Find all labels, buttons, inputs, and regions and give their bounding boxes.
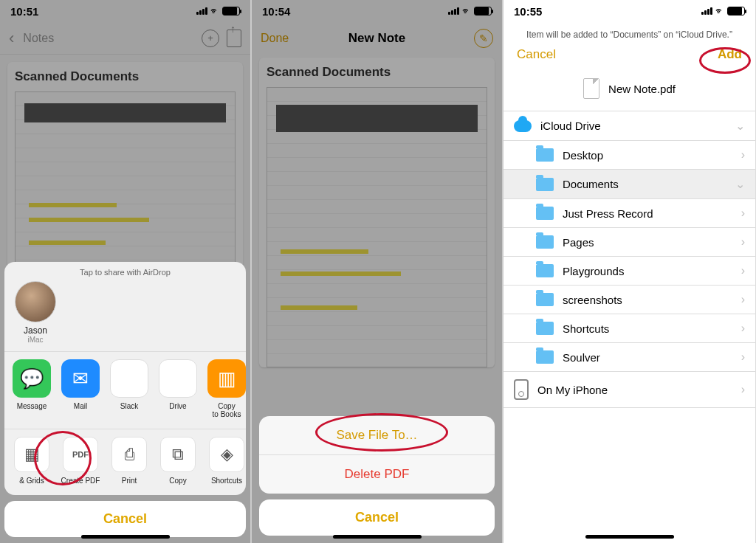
folder-label: Documents: [563, 178, 619, 190]
drive-icon: ▲: [159, 359, 197, 398]
share-action-grid[interactable]: ▦& Grids: [7, 437, 56, 485]
folder-screenshots[interactable]: screenshots›: [504, 286, 755, 314]
share-action-pdf[interactable]: PDFCreate PDF: [56, 437, 105, 485]
folder-label: Shortcuts: [563, 322, 609, 335]
share-action-print[interactable]: ⎙Print: [105, 437, 154, 485]
folder-label: Playgrounds: [563, 265, 624, 277]
cancel-button[interactable]: Cancel: [517, 47, 556, 62]
grid-icon: ▦: [14, 437, 49, 472]
shortcuts-icon: ◈: [209, 437, 244, 472]
app-label: Slack: [120, 402, 138, 410]
home-indicator[interactable]: [333, 535, 422, 539]
save-location-hint: Item will be added to “Documents” on “iC…: [504, 22, 755, 43]
wifi-icon: ᯤ: [715, 6, 724, 16]
action-label: Copy: [169, 477, 186, 485]
contact-name: Jason: [24, 325, 47, 336]
contact-device: iMac: [27, 336, 43, 344]
folder-label: Soulver: [563, 351, 600, 364]
airdrop-contact[interactable]: Jason iMac: [12, 281, 59, 344]
action-label: Shortcuts: [211, 477, 242, 485]
screenshot-pdf-actions: 10:54 ᯤ Done New Note ✎ Scanned Document…: [252, 0, 504, 543]
chevron-icon: ›: [741, 235, 745, 249]
airdrop-hint: Tap to share with AirDrop: [4, 262, 246, 278]
location-on-my-iphone[interactable]: On My iPhone›: [504, 372, 755, 408]
pdf-icon: PDF: [63, 437, 98, 472]
file-icon: [583, 78, 599, 99]
chevron-down-icon: ⌄: [735, 119, 745, 133]
folder-icon: [536, 264, 554, 277]
app-label: Message: [17, 402, 47, 410]
location-label: iCloud Drive: [540, 120, 601, 132]
chevron-icon: ›: [741, 322, 745, 335]
message-icon: 💬: [13, 359, 51, 398]
folder-playgrounds[interactable]: Playgrounds›: [504, 257, 755, 286]
status-bar: 10:55 ᯤ: [504, 0, 755, 22]
home-indicator[interactable]: [585, 535, 674, 539]
save-file-to-button[interactable]: Save File To…: [259, 416, 495, 454]
action-label: Create PDF: [61, 477, 100, 485]
delete-pdf-button[interactable]: Delete PDF: [259, 454, 495, 494]
folder-label: Pages: [563, 236, 594, 249]
signal-icon: [701, 7, 712, 15]
chevron-icon: ⌄: [735, 177, 745, 191]
cancel-button[interactable]: Cancel: [4, 501, 246, 537]
pdf-action-sheet: Save File To… Delete PDF Cancel: [259, 416, 495, 536]
file-preview: New Note.pdf: [504, 69, 755, 111]
copy-icon: ⧉: [160, 437, 196, 472]
share-sheet: Tap to share with AirDrop Jason iMac 💬Me…: [4, 262, 246, 537]
slack-icon: ✱: [110, 359, 148, 398]
avatar: [15, 281, 56, 322]
chevron-icon: ›: [741, 350, 745, 364]
chevron-right-icon: ›: [741, 383, 745, 396]
share-app-mail[interactable]: ✉︎Mail: [56, 359, 105, 418]
folder-icon: [536, 207, 554, 220]
folder-label: screenshots: [563, 294, 622, 306]
folder-icon: [536, 235, 554, 249]
add-button[interactable]: Add: [718, 47, 742, 62]
share-app-slack[interactable]: ✱Slack: [105, 359, 154, 418]
app-label: Copy to Books: [213, 402, 241, 418]
status-time: 10:55: [514, 5, 542, 18]
chevron-icon: ›: [741, 148, 745, 162]
folder-icon: [536, 148, 554, 162]
share-app-message[interactable]: 💬Message: [7, 359, 56, 418]
cancel-button[interactable]: Cancel: [259, 499, 495, 536]
books-icon: ▥: [207, 359, 246, 398]
location-label: On My iPhone: [537, 384, 608, 396]
folder-desktop[interactable]: Desktop›: [504, 141, 755, 170]
folder-soulver[interactable]: Soulver›: [504, 343, 755, 372]
screenshot-files-picker: 10:55 ᯤ Item will be added to “Documents…: [504, 0, 755, 543]
file-name: New Note.pdf: [608, 83, 676, 95]
action-label: Print: [122, 477, 137, 485]
chevron-icon: ›: [741, 207, 745, 220]
chevron-icon: ›: [741, 293, 745, 306]
chevron-icon: ›: [741, 264, 745, 277]
home-indicator[interactable]: [81, 535, 170, 539]
folder-shortcuts[interactable]: Shortcuts›: [504, 314, 755, 343]
mail-icon: ✉︎: [61, 359, 100, 398]
location-icloud-drive[interactable]: iCloud Drive⌄: [504, 111, 755, 141]
folder-documents[interactable]: Documents⌄: [504, 170, 755, 199]
icloud-icon: [514, 120, 532, 132]
print-icon: ⎙: [111, 437, 147, 472]
app-label: Mail: [74, 402, 87, 410]
battery-icon: [727, 7, 745, 15]
share-app-books[interactable]: ▥Copy to Books: [202, 359, 246, 418]
folder-label: Just Press Record: [563, 207, 653, 220]
folder-icon: [536, 350, 554, 364]
share-app-drive[interactable]: ▲Drive: [154, 359, 202, 418]
action-label: & Grids: [19, 477, 44, 485]
share-action-copy[interactable]: ⧉Copy: [154, 437, 202, 485]
device-icon: [514, 379, 529, 400]
folder-just-press-record[interactable]: Just Press Record›: [504, 199, 755, 228]
share-action-shortcuts[interactable]: ◈Shortcuts: [202, 437, 246, 485]
app-label: Drive: [169, 402, 186, 410]
folder-label: Desktop: [563, 149, 603, 162]
folder-pages[interactable]: Pages›: [504, 228, 755, 257]
screenshot-share-sheet: 10:51 ᯤ ‹Notes + Scanned Documents: [0, 0, 252, 543]
folder-icon: [536, 178, 554, 191]
folder-icon: [536, 322, 554, 335]
folder-icon: [536, 293, 554, 306]
